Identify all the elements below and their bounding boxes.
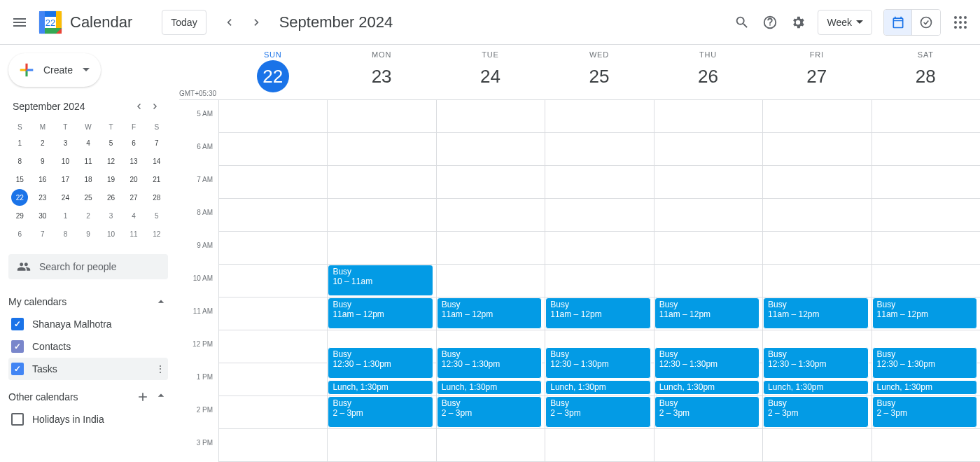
calendar-event[interactable]: Lunch1:30pm xyxy=(872,380,977,396)
day-column[interactable]: Busy11am – 12pmBusy12:30 – 1:30pmLunch1:… xyxy=(762,100,871,462)
calendar-list-item[interactable]: Holidays in India xyxy=(8,408,168,430)
hour-cell[interactable] xyxy=(328,166,435,199)
mini-day-cell[interactable]: 17 xyxy=(57,171,74,188)
mini-day-cell[interactable]: 2 xyxy=(80,207,97,224)
my-calendars-toggle[interactable]: My calendars xyxy=(8,290,168,313)
hour-cell[interactable] xyxy=(328,232,435,265)
calendar-event[interactable]: Busy12:30 – 1:30pm xyxy=(654,347,760,379)
current-date-range[interactable]: September 2024 xyxy=(279,13,393,31)
day-header-number[interactable]: 28 xyxy=(909,60,941,92)
mini-day-cell[interactable]: 13 xyxy=(125,153,142,169)
mini-day-cell[interactable]: 26 xyxy=(103,189,120,206)
day-header[interactable]: WED25 xyxy=(545,45,653,99)
mini-day-cell[interactable]: 11 xyxy=(125,225,142,242)
hour-cell[interactable] xyxy=(545,429,653,462)
mini-day-cell[interactable]: 19 xyxy=(103,171,120,188)
hour-cell[interactable] xyxy=(219,166,327,199)
day-column[interactable]: Busy11am – 12pmBusy12:30 – 1:30pmLunch1:… xyxy=(654,100,762,462)
mini-day-cell[interactable]: 29 xyxy=(11,207,28,224)
mini-day-cell[interactable]: 10 xyxy=(57,153,74,169)
day-header[interactable]: TUE24 xyxy=(436,45,545,99)
hour-cell[interactable] xyxy=(545,232,653,265)
mini-day-cell[interactable]: 7 xyxy=(34,225,51,242)
mini-day-cell[interactable]: 30 xyxy=(34,207,51,224)
mini-day-cell[interactable]: 22 xyxy=(11,189,28,206)
hour-cell[interactable] xyxy=(219,265,327,298)
mini-day-cell[interactable]: 14 xyxy=(148,153,165,169)
hour-cell[interactable] xyxy=(654,133,762,166)
hour-cell[interactable] xyxy=(872,100,980,133)
calendar-event[interactable]: Busy11am – 12pm xyxy=(872,298,977,329)
hour-cell[interactable] xyxy=(328,133,435,166)
mini-next-month-button[interactable] xyxy=(147,98,164,115)
calendar-event[interactable]: Busy10 – 11am xyxy=(328,265,433,296)
google-apps-button[interactable] xyxy=(946,8,974,36)
hour-cell[interactable] xyxy=(437,265,545,298)
day-header-number[interactable]: 23 xyxy=(365,60,398,92)
day-header-number[interactable]: 26 xyxy=(692,60,724,92)
hour-cell[interactable] xyxy=(437,100,545,133)
calendar-checkbox[interactable] xyxy=(11,413,24,426)
hour-cell[interactable] xyxy=(654,199,762,232)
calendar-event[interactable]: Busy11am – 12pm xyxy=(545,298,650,329)
prev-period-button[interactable] xyxy=(215,8,243,36)
main-menu-button[interactable] xyxy=(6,8,34,36)
mini-day-cell[interactable]: 1 xyxy=(57,207,74,224)
calendar-event[interactable]: Busy2 – 3pm xyxy=(545,396,650,428)
mini-day-cell[interactable]: 28 xyxy=(148,189,165,206)
hour-cell[interactable] xyxy=(763,199,871,232)
hour-cell[interactable] xyxy=(437,232,545,265)
mini-day-cell[interactable]: 5 xyxy=(148,207,165,224)
hour-cell[interactable] xyxy=(219,363,327,396)
mini-day-cell[interactable]: 12 xyxy=(103,153,120,169)
hour-cell[interactable] xyxy=(545,100,653,133)
mini-day-cell[interactable]: 21 xyxy=(148,171,165,188)
mini-day-cell[interactable]: 2 xyxy=(34,134,51,151)
mini-day-cell[interactable]: 11 xyxy=(80,153,97,169)
next-period-button[interactable] xyxy=(243,8,271,36)
calendar-scroll-area[interactable]: 5 AM6 AM7 AM8 AM9 AM10 AM11 AM12 PM1 PM2… xyxy=(179,100,980,462)
calendar-event[interactable]: Busy2 – 3pm xyxy=(872,396,977,428)
calendar-event[interactable]: Busy2 – 3pm xyxy=(763,396,868,428)
mini-day-cell[interactable]: 3 xyxy=(103,207,120,224)
hour-cell[interactable] xyxy=(219,429,327,462)
day-header-number[interactable]: 27 xyxy=(801,60,833,92)
other-calendars-toggle[interactable]: Other calendars xyxy=(8,386,168,408)
calendar-checkbox[interactable] xyxy=(11,363,24,375)
hour-cell[interactable] xyxy=(654,265,762,298)
calendar-event[interactable]: Busy2 – 3pm xyxy=(328,396,433,428)
hour-cell[interactable] xyxy=(437,133,545,166)
calendar-event[interactable]: Busy12:30 – 1:30pm xyxy=(437,347,542,379)
calendar-options-button[interactable]: ⋮ xyxy=(155,363,165,374)
calendar-event[interactable]: Busy2 – 3pm xyxy=(654,396,760,428)
hour-cell[interactable] xyxy=(219,199,327,232)
mini-day-cell[interactable]: 10 xyxy=(103,225,120,242)
mini-day-cell[interactable]: 4 xyxy=(125,207,142,224)
hour-cell[interactable] xyxy=(654,429,762,462)
mini-day-cell[interactable]: 18 xyxy=(80,171,97,188)
search-people-input[interactable]: Search for people xyxy=(8,254,168,279)
settings-button[interactable] xyxy=(784,8,812,36)
mini-day-cell[interactable]: 3 xyxy=(57,134,74,151)
today-button[interactable]: Today xyxy=(162,10,206,35)
calendar-event[interactable]: Lunch1:30pm xyxy=(545,380,650,396)
calendar-event[interactable]: Lunch1:30pm xyxy=(654,380,760,396)
mini-day-cell[interactable]: 23 xyxy=(34,189,51,206)
hour-cell[interactable] xyxy=(437,429,545,462)
day-column[interactable] xyxy=(218,100,327,462)
hour-cell[interactable] xyxy=(872,232,980,265)
calendar-list-item[interactable]: Contacts xyxy=(8,335,168,358)
hour-cell[interactable] xyxy=(219,330,327,363)
calendar-event[interactable]: Busy12:30 – 1:30pm xyxy=(328,347,433,379)
mini-day-cell[interactable]: 12 xyxy=(148,225,165,242)
app-logo[interactable]: 22 Calendar xyxy=(36,8,153,36)
mini-day-cell[interactable]: 24 xyxy=(57,189,74,206)
mini-day-cell[interactable]: 8 xyxy=(57,225,74,242)
hour-cell[interactable] xyxy=(545,199,653,232)
hour-cell[interactable] xyxy=(763,429,871,462)
hour-cell[interactable] xyxy=(654,232,762,265)
hour-cell[interactable] xyxy=(437,199,545,232)
day-column[interactable]: Busy10 – 11amBusy11am – 12pmBusy12:30 – … xyxy=(327,100,435,462)
mini-day-cell[interactable]: 9 xyxy=(80,225,97,242)
calendar-mode-button[interactable] xyxy=(884,10,912,35)
